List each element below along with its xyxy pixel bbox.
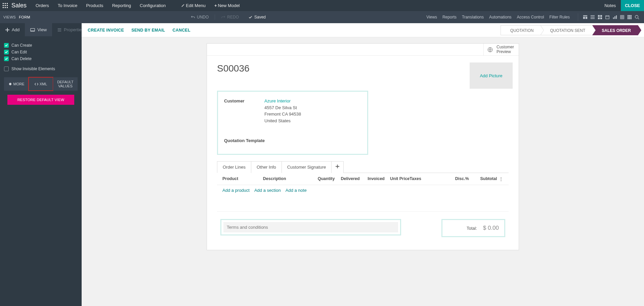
svg-rect-35 <box>58 28 61 29</box>
can-edit-label: Can Edit <box>11 50 27 54</box>
view-list-icon[interactable] <box>589 13 596 21</box>
view-form-icon[interactable] <box>582 13 589 21</box>
svg-rect-31 <box>629 18 630 19</box>
svg-rect-22 <box>616 15 617 19</box>
col-delivered: Delivered <box>335 176 359 181</box>
svg-rect-32 <box>631 18 632 19</box>
svg-rect-24 <box>628 15 629 16</box>
notes-link[interactable]: Notes <box>599 3 621 8</box>
svg-rect-9 <box>583 15 587 16</box>
customer-preview-label-2: Preview <box>497 50 514 54</box>
status-quotation-sent[interactable]: QUOTATION SENT <box>541 25 592 35</box>
restore-default-view-button[interactable]: RESTORE DEFAULT VIEW <box>7 95 74 105</box>
col-menu-icon[interactable]: ⋮ <box>497 176 503 181</box>
svg-rect-36 <box>58 30 61 30</box>
link-access-control[interactable]: Access Control <box>517 15 544 19</box>
svg-rect-13 <box>591 17 595 17</box>
svg-rect-15 <box>598 15 600 17</box>
tab-add-label: Add <box>12 27 19 32</box>
menu-reporting[interactable]: Reporting <box>108 0 135 11</box>
view-kanban-icon[interactable] <box>596 13 604 21</box>
terms-input[interactable] <box>223 222 398 232</box>
menu-to-invoice[interactable]: To Invoice <box>53 0 82 11</box>
tab-other-info[interactable]: Other Info <box>251 161 282 173</box>
cancel-button[interactable]: CANCEL <box>172 28 190 33</box>
status-sales-order[interactable]: SALES ORDER <box>592 25 638 35</box>
new-model-label: New Model <box>218 3 240 8</box>
edit-menu-label: Edit Menu <box>186 3 206 8</box>
menu-new-model[interactable]: +New Model <box>210 0 244 11</box>
menu-edit-menu[interactable]: Edit Menu <box>177 0 210 11</box>
customer-link[interactable]: Azure Interior <box>264 98 291 103</box>
link-automations[interactable]: Automations <box>489 15 512 19</box>
view-calendar-icon[interactable] <box>604 13 611 21</box>
svg-rect-19 <box>606 16 609 19</box>
can-edit-checkbox[interactable]: Can Edit <box>4 50 78 54</box>
menu-configuration[interactable]: Configuration <box>135 0 170 11</box>
view-grid-icon[interactable] <box>626 13 633 21</box>
more-label: MORE <box>13 82 25 86</box>
search-icon[interactable] <box>633 13 641 21</box>
svg-rect-0 <box>3 3 4 4</box>
breadcrumb-form: FORM <box>19 15 30 19</box>
total-label: Total: <box>467 226 477 231</box>
address-line-2: Fremont CA 94538 <box>264 112 301 117</box>
view-graph-icon[interactable] <box>611 13 618 21</box>
breadcrumb-views[interactable]: VIEWS <box>3 15 16 19</box>
col-subtotal: Subtotal <box>469 176 497 181</box>
add-section-link[interactable]: Add a section <box>254 188 281 193</box>
apps-icon[interactable] <box>0 3 10 8</box>
link-views[interactable]: Views <box>426 15 437 19</box>
tab-customer-signature[interactable]: Customer Signature <box>282 161 332 173</box>
send-by-email-button[interactable]: SEND BY EMAIL <box>131 28 165 33</box>
view-pivot-icon[interactable] <box>618 13 626 21</box>
customer-preview-button[interactable]: Customer Preview <box>483 44 519 55</box>
quotation-template-label: Quotation Template <box>224 137 265 143</box>
status-quotation[interactable]: QUOTATION <box>501 25 541 35</box>
svg-rect-12 <box>591 15 595 16</box>
redo-button[interactable]: REDO <box>221 15 239 19</box>
order-number: S00036 <box>217 63 509 74</box>
link-filter-rules[interactable]: Filter Rules <box>549 15 570 19</box>
add-note-link[interactable]: Add a note <box>286 188 307 193</box>
svg-rect-29 <box>631 16 632 18</box>
tab-add[interactable]: Add <box>0 23 25 36</box>
xml-button[interactable]: XML <box>29 77 53 91</box>
svg-rect-26 <box>631 15 632 16</box>
col-taxes: Taxes <box>410 176 447 181</box>
add-product-link[interactable]: Add a product <box>222 188 250 193</box>
menu-products[interactable]: Products <box>82 0 108 11</box>
svg-point-33 <box>635 15 638 18</box>
redo-label: REDO <box>227 15 239 19</box>
can-create-checkbox[interactable]: Can Create <box>4 43 78 48</box>
menu-orders[interactable]: Orders <box>31 0 53 11</box>
svg-rect-7 <box>5 7 6 8</box>
svg-rect-18 <box>600 17 602 19</box>
can-create-label: Can Create <box>11 43 32 48</box>
svg-rect-27 <box>628 16 629 18</box>
tab-view[interactable]: View <box>25 23 52 36</box>
can-delete-checkbox[interactable]: Can Delete <box>4 56 78 61</box>
undo-button[interactable]: UNDO <box>191 15 209 19</box>
show-invisible-checkbox[interactable]: Show Invisible Elements <box>4 67 78 71</box>
more-button[interactable]: MORE <box>4 77 29 91</box>
svg-rect-20 <box>613 17 614 19</box>
tab-order-lines[interactable]: Order Lines <box>217 161 251 173</box>
svg-rect-4 <box>5 5 6 6</box>
create-invoice-button[interactable]: CREATE INVOICE <box>88 28 124 33</box>
svg-rect-1 <box>5 3 6 4</box>
tab-add-icon[interactable] <box>331 161 344 173</box>
link-reports[interactable]: Reports <box>442 15 457 19</box>
svg-rect-37 <box>58 31 61 32</box>
default-values-button[interactable]: DEFAULT VALUES <box>53 77 78 91</box>
xml-label: XML <box>40 82 47 86</box>
address-line-1: 4557 De Silva St <box>264 105 297 110</box>
customer-preview-label-1: Customer <box>497 45 514 50</box>
svg-rect-14 <box>591 18 595 19</box>
close-button[interactable]: CLOSE <box>621 0 644 11</box>
svg-rect-25 <box>629 15 630 16</box>
link-translations[interactable]: Translations <box>462 15 484 19</box>
svg-rect-6 <box>3 7 4 8</box>
total-value: $ 0.00 <box>483 225 499 231</box>
saved-label: Saved <box>254 15 266 19</box>
